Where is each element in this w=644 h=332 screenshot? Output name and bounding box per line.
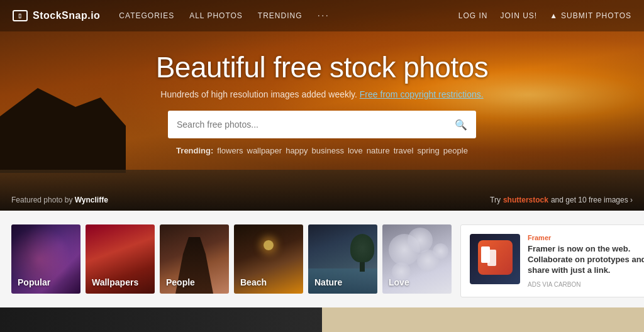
nav-more[interactable]: ··· bbox=[318, 10, 330, 21]
nav-join[interactable]: JOIN US! bbox=[501, 11, 538, 20]
category-beach-label: Beach bbox=[240, 277, 267, 287]
ad-panel: Framer Framer is now on the web. Collabo… bbox=[460, 224, 644, 297]
category-love-label: Love bbox=[389, 277, 409, 287]
trending-people[interactable]: people bbox=[443, 146, 468, 155]
category-people-label: People bbox=[166, 277, 195, 287]
trending-nature[interactable]: nature bbox=[367, 146, 390, 155]
nav-trending[interactable]: TRENDING bbox=[258, 11, 303, 20]
featured-label: Featured photo by bbox=[11, 196, 72, 204]
nav-login[interactable]: LOG IN bbox=[458, 11, 488, 20]
trending-travel[interactable]: travel bbox=[394, 146, 414, 155]
category-love[interactable]: Love bbox=[382, 224, 452, 294]
hero-copyright-link[interactable]: Free from copyright restrictions. bbox=[360, 89, 484, 99]
trending-bar: Trending: flowers wallpaper happy busine… bbox=[176, 146, 468, 155]
search-bar: 🔍 bbox=[168, 111, 476, 138]
ad-footer: ADS VIA CARBON bbox=[528, 281, 644, 288]
brand-name: StockSnap.io bbox=[33, 10, 100, 21]
trending-happy[interactable]: happy bbox=[286, 146, 308, 155]
nav-links: CATEGORIES ALL PHOTOS TRENDING ··· bbox=[119, 10, 458, 21]
hero-title: Beautiful free stock photos bbox=[156, 50, 489, 84]
shutterstock-link[interactable]: shutterstock bbox=[503, 196, 548, 204]
category-beach[interactable]: Beach bbox=[234, 224, 303, 294]
trending-wallpaper[interactable]: wallpaper bbox=[247, 146, 282, 155]
categories-section: Popular Wallpapers People Beach Nature bbox=[0, 211, 644, 307]
shutterstock-prefix: Try bbox=[490, 196, 501, 204]
trending-flowers[interactable]: flowers bbox=[217, 146, 243, 155]
logo[interactable]: ▯ StockSnap.io bbox=[13, 10, 100, 21]
nav-right: LOG IN JOIN US! ▲ SUBMIT PHOTOS bbox=[458, 11, 631, 20]
bottom-strip bbox=[0, 307, 644, 332]
category-wallpapers[interactable]: Wallpapers bbox=[86, 224, 155, 294]
shutterstock-suffix: and get 10 free images › bbox=[551, 196, 633, 204]
trending-business[interactable]: business bbox=[312, 146, 344, 155]
featured-author[interactable]: Wyncliffe bbox=[75, 196, 108, 204]
trending-spring[interactable]: spring bbox=[417, 146, 439, 155]
submit-photos-button[interactable]: ▲ SUBMIT PHOTOS bbox=[550, 11, 631, 20]
trending-love[interactable]: love bbox=[348, 146, 363, 155]
category-people[interactable]: People bbox=[160, 224, 229, 294]
category-wallpapers-label: Wallpapers bbox=[92, 277, 138, 287]
category-nature-label: Nature bbox=[314, 277, 342, 287]
submit-label: SUBMIT PHOTOS bbox=[561, 11, 631, 20]
search-input[interactable] bbox=[177, 119, 448, 130]
categories-grid: Popular Wallpapers People Beach Nature bbox=[11, 224, 452, 297]
ad-image bbox=[470, 234, 520, 284]
featured-credit: Featured photo by Wyncliffe bbox=[11, 196, 108, 204]
ad-headline: Framer is now on the web. Collaborate on… bbox=[528, 244, 644, 276]
hero-section: ▯ StockSnap.io CATEGORIES ALL PHOTOS TRE… bbox=[0, 0, 644, 211]
ad-text: Framer Framer is now on the web. Collabo… bbox=[528, 234, 644, 288]
bottom-left-image bbox=[0, 307, 322, 332]
ad-brand: Framer bbox=[528, 234, 644, 241]
bottom-right-image bbox=[322, 307, 644, 332]
hero-footer: Featured photo by Wyncliffe Try shutters… bbox=[0, 196, 644, 204]
category-popular[interactable]: Popular bbox=[11, 224, 80, 294]
camera-icon: ▯ bbox=[13, 10, 28, 21]
navbar: ▯ StockSnap.io CATEGORIES ALL PHOTOS TRE… bbox=[0, 0, 644, 31]
hero-subtitle: Hundreds of high resolution images added… bbox=[160, 89, 483, 99]
nav-all-photos[interactable]: ALL PHOTOS bbox=[189, 11, 243, 20]
search-button[interactable]: 🔍 bbox=[455, 119, 467, 131]
shutterstock-promo: Try shutterstock and get 10 free images … bbox=[490, 196, 633, 204]
category-nature[interactable]: Nature bbox=[308, 224, 377, 294]
hero-subtitle-text: Hundreds of high resolution images added… bbox=[160, 89, 357, 99]
category-popular-label: Popular bbox=[18, 277, 50, 287]
nav-categories[interactable]: CATEGORIES bbox=[119, 11, 174, 20]
trending-label: Trending: bbox=[176, 146, 213, 155]
upload-icon: ▲ bbox=[550, 11, 558, 20]
